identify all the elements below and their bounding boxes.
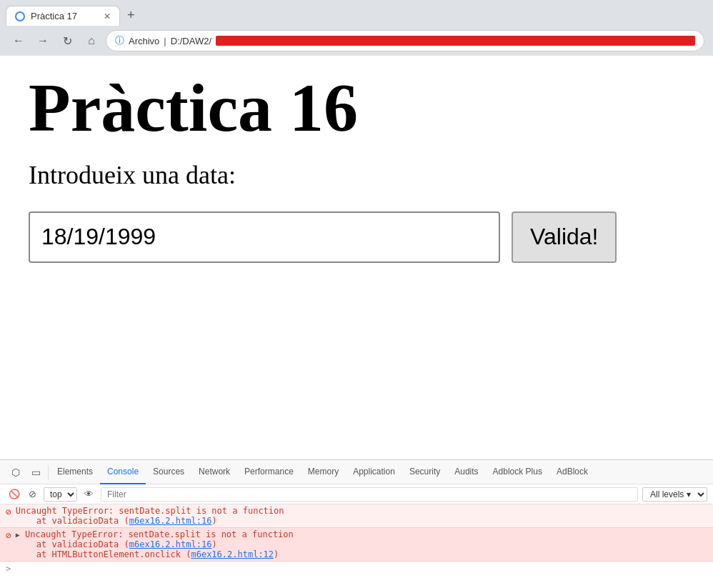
console-prompt[interactable]: > xyxy=(0,562,713,576)
tab-separator xyxy=(48,465,49,479)
tab-title: Pràctica 17 xyxy=(31,11,77,21)
devtools-toolbar: ⬡ ▭ Elements Console Sources Network Per… xyxy=(0,460,713,484)
tab-close-button[interactable]: ✕ xyxy=(104,11,111,21)
forward-button[interactable]: → xyxy=(33,31,53,51)
devtools-tab-elements[interactable]: Elements xyxy=(50,460,100,484)
devtools-device-button[interactable]: ▭ xyxy=(26,464,46,481)
context-selector[interactable]: top xyxy=(44,487,77,502)
address-bar[interactable]: ⓘ Archivo | D:/DAW2/ xyxy=(106,30,704,51)
new-tab-button[interactable]: + xyxy=(120,5,142,26)
error-icon-1: ⊘ xyxy=(6,507,11,517)
eye-icon[interactable]: 👁 xyxy=(81,487,96,501)
devtools-tab-console[interactable]: Console xyxy=(100,460,146,484)
devtools-tab-adblock[interactable]: AdBlock xyxy=(549,460,595,484)
address-path-text: D:/DAW2/ xyxy=(171,36,211,46)
console-error-2: ⊘ ▶ Uncaught TypeError: sentDate.split i… xyxy=(0,528,713,562)
console-bar: 🚫 ⊘ top 👁 All levels ▾ xyxy=(0,484,713,504)
active-tab[interactable]: Pràctica 17 ✕ xyxy=(6,6,120,26)
error-icon-2: ⊘ xyxy=(6,530,11,541)
devtools-tab-security[interactable]: Security xyxy=(402,460,447,484)
levels-selector[interactable]: All levels ▾ xyxy=(642,487,707,502)
info-icon: ⓘ xyxy=(115,34,124,47)
address-hidden-path xyxy=(216,36,695,46)
valida-button[interactable]: Valida! xyxy=(512,211,617,263)
protocol-text: Archivo xyxy=(129,36,159,46)
devtools-panel: ⬡ ▭ Elements Console Sources Network Per… xyxy=(0,459,713,588)
console-output: ⊘ Uncaught TypeError: sentDate.split is … xyxy=(0,504,713,588)
back-button[interactable]: ← xyxy=(9,31,29,51)
filter-input[interactable] xyxy=(101,487,638,502)
error-2-stack-line-1: at validacioData (m6ex16.2.html:16) xyxy=(16,539,217,549)
tab-bar: Pràctica 17 ✕ + xyxy=(0,0,713,26)
page-content: Pràctica 16 Introdueix una data: Valida! xyxy=(0,56,713,459)
console-error-1: ⊘ Uncaught TypeError: sentDate.split is … xyxy=(0,504,713,528)
console-clear-button[interactable]: 🚫 xyxy=(6,487,23,501)
devtools-tab-network[interactable]: Network xyxy=(191,460,237,484)
prompt-arrow: > xyxy=(6,564,11,574)
page-title: Pràctica 16 xyxy=(29,70,684,146)
devtools-inspect-button[interactable]: ⬡ xyxy=(6,464,26,481)
error-1-message: Uncaught TypeError: sentDate.split is no… xyxy=(16,506,284,516)
address-separator: | xyxy=(164,36,166,46)
address-bar-row: ← → ↻ ⌂ ⓘ Archivo | D:/DAW2/ xyxy=(0,26,713,56)
page-subtitle: Introdueix una data: xyxy=(29,160,684,190)
error-1-stack-line: at validacioData (m6ex16.2.html:16) xyxy=(16,516,217,526)
devtools-tab-performance[interactable]: Performance xyxy=(237,460,301,484)
error-2-message: Uncaught TypeError: sentDate.split is no… xyxy=(25,529,294,539)
favicon xyxy=(15,11,25,21)
devtools-tab-memory[interactable]: Memory xyxy=(301,460,346,484)
browser-chrome: Pràctica 17 ✕ + ← → ↻ ⌂ ⓘ Archivo | D:/D… xyxy=(0,0,713,56)
date-input[interactable] xyxy=(29,211,500,263)
error-2-stack-line-2: at HTMLButtonElement.onclick (m6ex16.2.h… xyxy=(16,549,279,559)
expand-icon-2[interactable]: ▶ xyxy=(16,531,20,539)
error-2-content: ▶ Uncaught TypeError: sentDate.split is … xyxy=(16,529,707,559)
error-2-link-1[interactable]: m6ex16.2.html:16 xyxy=(129,539,212,549)
input-row: Valida! xyxy=(29,211,684,263)
home-button[interactable]: ⌂ xyxy=(81,31,101,51)
refresh-button[interactable]: ↻ xyxy=(57,31,77,51)
error-1-link[interactable]: m6ex16.2.html:16 xyxy=(129,516,212,526)
devtools-tab-audits[interactable]: Audits xyxy=(447,460,485,484)
error-2-link-2[interactable]: m6ex16.2.html:12 xyxy=(191,549,274,559)
devtools-tab-application[interactable]: Application xyxy=(346,460,402,484)
error-1-content: Uncaught TypeError: sentDate.split is no… xyxy=(16,506,707,526)
console-left-icons: 🚫 ⊘ xyxy=(6,487,39,501)
devtools-tab-sources[interactable]: Sources xyxy=(146,460,191,484)
console-filter-toggle[interactable]: ⊘ xyxy=(26,487,39,501)
devtools-tab-adblock-plus[interactable]: Adblock Plus xyxy=(486,460,549,484)
